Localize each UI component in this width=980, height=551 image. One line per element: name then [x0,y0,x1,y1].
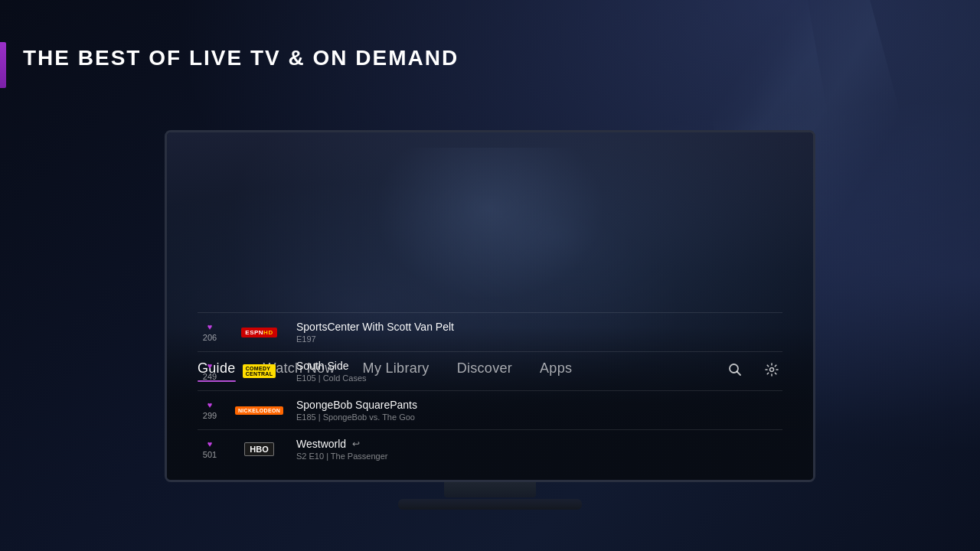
nickelodeon-logo: nickelodeon [235,406,283,415]
channel-row[interactable]: ♥ 299 nickelodeon SpongeBob SquarePants … [198,390,782,429]
channel-249-number-area: ♥ 249 [198,362,222,381]
channel-249-info: South Side E105 | Cold Cases [296,360,782,383]
page-title: THE BEST OF LIVE TV & ON DEMAND [23,46,459,70]
channel-row[interactable]: ♥ 206 ESPNHD SportsCenter With Scott Van… [198,312,782,351]
channel-number: 249 [203,372,217,381]
accent-bar [0,42,6,88]
channel-list: ♥ 206 ESPNHD SportsCenter With Scott Van… [167,312,813,480]
tv-frame: Guide Watch Now My Library Discover Apps [165,130,815,513]
hbo-logo: HBO [244,442,273,456]
channel-206-title: SportsCenter With Scott Van Pelt [296,321,782,333]
channel-501-info: Westworld ↩ S2 E10 | The Passenger [296,438,782,461]
channel-501-number-area: ♥ 501 [198,440,222,459]
channel-row[interactable]: ♥ 501 HBO Westworld ↩ S2 E10 | The Passe… [198,429,782,468]
espn-logo: ESPNHD [241,328,276,337]
favorite-icon: ♥ [207,362,213,370]
nick-logo-container: nickelodeon [234,406,284,415]
tv-stand-base [398,499,582,510]
channel-299-title: SpongeBob SquarePants [296,399,782,411]
comedy-logo-container: COMEDYCENTRAL [234,364,284,378]
channel-299-info: SpongeBob SquarePants E185 | SpongeBob v… [296,399,782,422]
favorite-icon: ♥ [207,440,213,448]
channel-249-episode: E105 | Cold Cases [296,373,782,383]
channel-206-info: SportsCenter With Scott Van Pelt E197 [296,321,782,344]
screen-figure [375,148,605,301]
espn-logo-container: ESPNHD [234,328,284,337]
channel-299-episode: E185 | SpongeBob vs. The Goo [296,412,782,422]
channel-249-title: South Side [296,360,782,372]
favorite-icon: ♥ [207,323,213,331]
channel-501-title: Westworld ↩ [296,438,782,450]
channel-number: 206 [203,333,217,342]
channel-501-episode: S2 E10 | The Passenger [296,452,782,461]
comedy-central-logo: COMEDYCENTRAL [243,364,276,378]
channel-row[interactable]: ♥ 249 COMEDYCENTRAL South Side E105 | Co… [198,351,782,390]
channel-206-episode: E197 [296,334,782,344]
channel-number: 299 [203,411,217,420]
hbo-logo-container: HBO [234,442,284,456]
replay-icon: ↩ [352,439,360,449]
tv-screen: Guide Watch Now My Library Discover Apps [165,130,815,482]
channel-206-number-area: ♥ 206 [198,323,222,342]
tv-stand-neck [444,482,536,497]
channel-299-number-area: ♥ 299 [198,401,222,420]
favorite-icon: ♥ [207,401,213,409]
channel-number: 501 [203,450,217,459]
